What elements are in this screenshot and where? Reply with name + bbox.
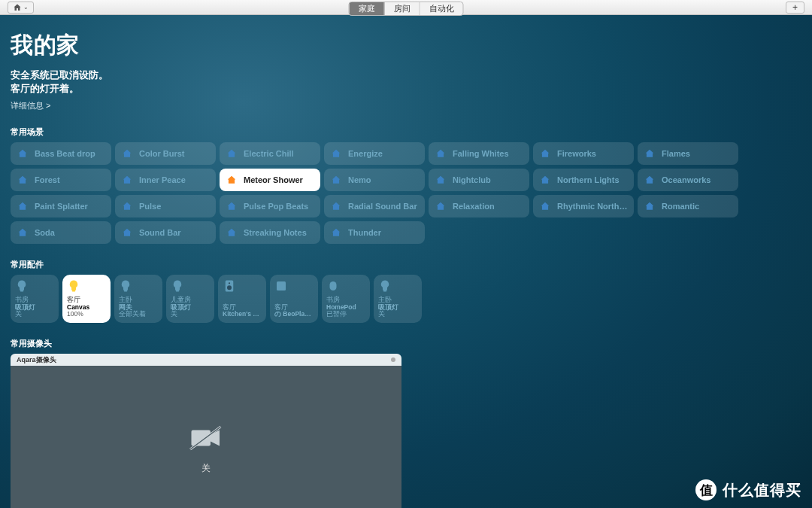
house-icon [17,148,29,159]
accessory-tile[interactable]: 书房吸顶灯关 [11,275,59,323]
scene-label: Meteor Shower [244,175,303,184]
house-icon [121,201,133,211]
scene-label: Radial Sound Bar [348,202,417,211]
scene-tile[interactable]: Flames [638,142,738,165]
scene-label: Pulse Pop Beats [244,202,308,211]
accessory-room: 书房 [326,297,365,304]
section-scenes-label: 常用场景 [11,126,801,138]
speaker-icon [223,279,236,293]
add-button[interactable]: + [786,2,804,14]
house-icon [644,175,656,185]
svg-rect-0 [20,291,24,292]
scene-tile[interactable]: Thunder [324,221,425,244]
section-accessories-label: 常用配件 [11,259,801,270]
scene-tile[interactable]: Inner Peace [115,169,216,191]
scene-tile[interactable]: Pulse Pop Beats [220,195,320,217]
accessory-tile[interactable]: 客厅Canvas100% [62,275,111,323]
accessory-tile[interactable]: 主卧网关全部关着 [114,275,162,323]
scene-label: Fireworks [557,149,596,158]
details-link[interactable]: 详细信息 > [11,100,801,111]
status-line-2: 客厅的灯开着。 [11,82,801,96]
scene-tile[interactable]: Pulse [115,195,216,217]
bulb-icon [378,279,392,293]
scene-label: Romantic [662,202,699,211]
bulb-icon [15,279,29,293]
scene-tile[interactable]: Fireworks [533,142,634,165]
home-menu-button[interactable]: ⌄ [8,2,34,14]
scene-tile[interactable]: Nightclub [429,169,529,191]
scene-tile[interactable]: Meteor Shower [220,169,320,191]
accessory-tile[interactable]: 客厅の BeoPlay A9 [270,275,318,323]
accessories-grid: 书房吸顶灯关客厅Canvas100%主卧网关全部关着儿童房吸顶灯关客厅Kitch… [11,275,801,323]
scene-tile[interactable]: Electric Chill [220,142,320,165]
scene-label: Streaking Notes [244,228,307,237]
svg-rect-10 [192,430,211,446]
house-icon [539,175,551,185]
scene-label: Energize [348,149,383,158]
scene-tile[interactable]: Paint Splatter [11,195,111,217]
bulb-icon [171,279,184,293]
scene-tile[interactable]: Bass Beat drop [11,142,111,165]
camera-state: 关 [201,462,211,475]
accessory-tile[interactable]: 儿童房吸顶灯关 [166,275,214,323]
scene-tile[interactable]: Rhythmic Northern Lights [533,195,634,217]
scene-tile[interactable]: Sound Bar [115,221,216,244]
scene-tile[interactable]: Oceanworks [638,169,738,191]
scene-label: Bass Beat drop [35,149,95,158]
svg-rect-2 [124,291,128,292]
accessory-room: 儿童房 [171,297,210,304]
camera-title: Aqara摄像头 [17,355,56,365]
house-icon [17,227,29,238]
tab-自动化[interactable]: 自动化 [420,2,463,15]
tab-房间[interactable]: 房间 [385,2,420,15]
scene-label: Nightclub [453,175,491,184]
scene-label: Soda [35,228,55,237]
accessory-state: 已暂停 [326,311,365,318]
house-icon [17,175,29,185]
scene-tile[interactable]: Northern Lights [533,169,634,191]
house-icon [435,148,447,159]
svg-point-6 [227,286,232,291]
scene-tile[interactable]: Nemo [324,169,425,191]
accessory-tile[interactable]: 主卧吸顶灯关 [374,275,422,323]
house-icon [644,148,656,159]
home-title: 我的家 [11,30,801,61]
toolbar: ⌄ 家庭房间自动化 + [0,0,812,15]
house-icon [226,175,238,185]
scene-label: Forest [35,175,60,184]
scene-tile[interactable]: Forest [11,169,111,191]
house-icon [121,148,133,159]
house-icon [330,148,342,159]
scene-tile[interactable]: Energize [324,142,425,165]
scene-tile[interactable]: Romantic [638,195,738,217]
scene-tile[interactable]: Radial Sound Bar [324,195,425,217]
scene-label: Electric Chill [244,149,294,158]
accessory-tile[interactable]: 书房HomePod已暂停 [322,275,370,323]
watermark-badge: 值 [695,479,717,500]
accessory-tile[interactable]: 客厅Kitchen's B... [218,275,266,323]
scene-tile[interactable]: Relaxation [429,195,529,217]
section-cameras-label: 常用摄像头 [11,338,801,349]
svg-rect-9 [383,291,387,292]
accessory-room: 客厅 [274,304,314,312]
tab-家庭[interactable]: 家庭 [350,2,385,15]
scene-tile[interactable]: Soda [11,221,111,244]
camera-card[interactable]: Aqara摄像头 关 [11,354,401,508]
svg-point-5 [229,282,230,284]
scene-label: Nemo [348,175,371,184]
house-icon [435,201,447,211]
scene-tile[interactable]: Streaking Notes [220,221,320,244]
house-icon [539,148,551,159]
house-icon [226,227,238,238]
bulb-icon [119,279,132,293]
scene-label: Oceanworks [662,175,710,184]
house-icon [435,175,447,185]
scene-tile[interactable]: Falling Whites [429,142,529,165]
scene-label: Relaxation [453,202,495,211]
camera-status-dot [391,357,395,362]
view-segmented-control: 家庭房间自动化 [349,2,464,16]
house-icon [539,201,551,211]
scene-tile[interactable]: Color Burst [115,142,216,165]
accessory-state: 关 [171,311,210,318]
bulb-icon [67,279,80,293]
